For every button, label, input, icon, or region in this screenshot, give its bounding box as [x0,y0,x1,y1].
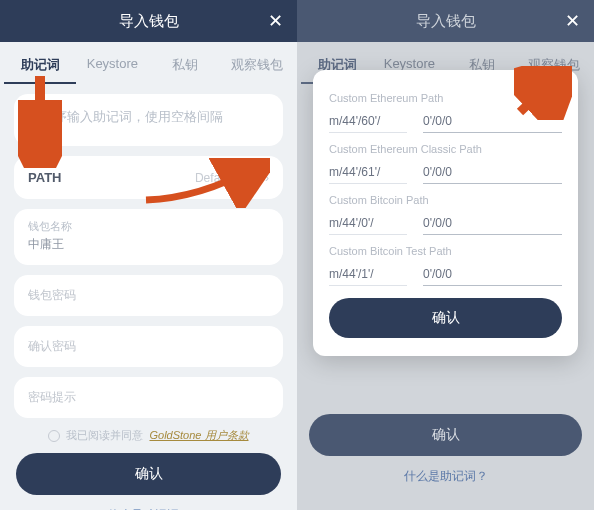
tab-private-key[interactable]: 私钥 [149,46,221,84]
navbar-title: 导入钱包 [416,12,476,31]
modal-confirm-button[interactable]: 确认 [329,298,562,338]
terms-row[interactable]: 我已阅读并同意 GoldStone 用户条款 [14,428,283,443]
wallet-name-label: 钱包名称 [28,219,269,234]
path-input[interactable]: 0'/0/0 [423,263,562,286]
path-fixed: m/44'/61'/ [329,161,407,184]
terms-checkbox[interactable] [48,430,60,442]
mnemonic-placeholder: 按顺序输入助记词，使用空格间隔 [28,109,223,124]
path-row[interactable]: PATH Default Path › [14,156,283,199]
path-section-label: Custom Ethereum Path [329,92,562,104]
password-hint-placeholder: 密码提示 [28,390,76,404]
password-hint-field[interactable]: 密码提示 [14,377,283,418]
confirm-button-bg[interactable]: 确认 [309,414,582,456]
navbar: 导入钱包 ✕ [0,0,297,42]
confirm-button[interactable]: 确认 [16,453,281,495]
path-fixed: m/44'/0'/ [329,212,407,235]
wallet-name-field[interactable]: 钱包名称 中庸王 [14,209,283,265]
path-section-label: Custom Ethereum Classic Path [329,143,562,155]
tab-keystore[interactable]: Keystore [76,46,148,84]
terms-text: 我已阅读并同意 [66,428,143,443]
password-field[interactable]: 钱包密码 [14,275,283,316]
terms-link[interactable]: GoldStone 用户条款 [149,428,248,443]
wallet-name-value: 中庸王 [28,236,269,253]
navbar: 导入钱包 ✕ [297,0,594,42]
path-section: Custom Bitcoin Path m/44'/0'/ 0'/0/0 [329,194,562,235]
path-fixed: m/44'/1'/ [329,263,407,286]
path-value: Default Path › [195,171,269,185]
path-label: PATH [28,170,61,185]
navbar-title: 导入钱包 [119,12,179,31]
confirm-password-placeholder: 确认密码 [28,339,76,353]
close-icon[interactable]: ✕ [268,10,283,32]
path-section: Custom Ethereum Path m/44'/60'/ 0'/0/0 [329,92,562,133]
tabs: 助记词 Keystore 私钥 观察钱包 [0,46,297,84]
tab-mnemonic[interactable]: 助记词 [4,46,76,84]
path-section: Custom Ethereum Classic Path m/44'/61'/ … [329,143,562,184]
path-section: Custom Bitcoin Test Path m/44'/1'/ 0'/0/… [329,245,562,286]
path-fixed: m/44'/60'/ [329,110,407,133]
close-icon[interactable]: ✕ [565,10,580,32]
path-section-label: Custom Bitcoin Test Path [329,245,562,257]
help-link[interactable]: 什么是助记词？ [14,503,283,510]
path-modal: Custom Ethereum Path m/44'/60'/ 0'/0/0 C… [313,70,578,356]
mnemonic-input[interactable]: 按顺序输入助记词，使用空格间隔 [14,94,283,146]
path-input[interactable]: 0'/0/0 [423,110,562,133]
chevron-right-icon: › [265,171,269,185]
help-link[interactable]: 什么是助记词？ [297,464,594,491]
screen-right: 导入钱包 ✕ 助记词 Keystore 私钥 观察钱包 确认 什么是助记词？ C… [297,0,594,510]
path-section-label: Custom Bitcoin Path [329,194,562,206]
screen-left: 导入钱包 ✕ 助记词 Keystore 私钥 观察钱包 按顺序输入助记词，使用空… [0,0,297,510]
password-placeholder: 钱包密码 [28,288,76,302]
confirm-password-field[interactable]: 确认密码 [14,326,283,367]
path-input[interactable]: 0'/0/0 [423,161,562,184]
tab-watch-only[interactable]: 观察钱包 [221,46,293,84]
content: 按顺序输入助记词，使用空格间隔 PATH Default Path › 钱包名称… [0,84,297,510]
path-input[interactable]: 0'/0/0 [423,212,562,235]
